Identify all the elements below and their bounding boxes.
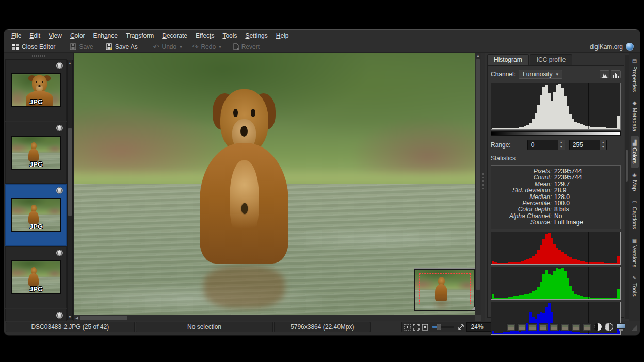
preview-mode-button-7[interactable]: [571, 323, 581, 331]
stat-row: Std. deviation:28.9: [493, 187, 615, 193]
undo-icon: ↶: [153, 43, 159, 51]
tab-icc-profile[interactable]: ICC profile: [530, 54, 573, 65]
side-tab-metadata[interactable]: ◆Metadata: [631, 96, 639, 135]
color-managed-view-button[interactable]: [617, 323, 625, 331]
zoom-fit-button[interactable]: [458, 323, 464, 331]
metadata-icon: ◆: [633, 100, 637, 106]
redo-button[interactable]: ↷ Redo ▾: [189, 42, 225, 52]
save-button[interactable]: Save: [66, 43, 96, 51]
captions-icon: ▭: [632, 199, 637, 205]
menu-item-color[interactable]: Color: [66, 31, 89, 40]
menu-item-view[interactable]: View: [44, 31, 66, 40]
thumbbar-scrollbar[interactable]: ▲ ▼: [67, 60, 73, 320]
green-histogram: [491, 267, 621, 300]
undo-dropdown-caret[interactable]: ▾: [180, 44, 182, 50]
range-min-spinbox[interactable]: ▲▼: [527, 140, 565, 150]
window-resize-grip[interactable]: [629, 322, 638, 332]
editor-canvas[interactable]: ▲ ◀: [74, 53, 481, 321]
format-badge: JPG: [12, 98, 60, 106]
menu-item-tools[interactable]: Tools: [218, 31, 241, 40]
luminosity-histogram[interactable]: [491, 83, 621, 130]
menu-item-enhance[interactable]: Enhance: [89, 31, 122, 40]
dimensions-status: 5796x3864 (22.40Mpx): [274, 322, 371, 332]
redo-label: Redo: [201, 43, 216, 51]
scroll-left-icon[interactable]: ◀: [74, 316, 80, 320]
range-max-spinbox[interactable]: ▲▼: [569, 140, 607, 150]
linear-scale-button[interactable]: [600, 70, 609, 78]
range-max-input[interactable]: [570, 140, 600, 150]
channel-select[interactable]: Luminosity ▾: [519, 70, 562, 79]
thumbbar-scrollbar-thumb[interactable]: [68, 128, 72, 216]
menu-item-transform[interactable]: Transform: [122, 31, 158, 40]
panel-splitter[interactable]: [481, 53, 485, 321]
save-as-button[interactable]: Save As: [102, 43, 141, 51]
thumbnail-item-2[interactable]: JPG: [5, 122, 67, 184]
menu-item-effects[interactable]: Effects: [191, 31, 218, 40]
thumbnail-item-1[interactable]: JPG: [5, 59, 67, 121]
overexposure-indicator-button[interactable]: [605, 323, 613, 331]
redo-dropdown-caret[interactable]: ▾: [219, 44, 221, 50]
tools-icon: ✎: [632, 275, 636, 281]
digikam-branding: digiKam.org: [590, 43, 636, 51]
fit-window-button[interactable]: [413, 323, 420, 331]
vertical-scrollbar-thumb[interactable]: [476, 59, 480, 290]
thumbnail-item-4[interactable]: JPG: [5, 246, 67, 308]
menu-item-decorate[interactable]: Decorate: [158, 31, 191, 40]
preview-mode-button-5[interactable]: [550, 323, 559, 331]
canvas-horizontal-scrollbar[interactable]: ◀: [74, 315, 475, 321]
undo-button[interactable]: ↶ Undo ▾: [150, 42, 186, 52]
scroll-up-icon[interactable]: ▲: [475, 53, 481, 59]
side-tab-colors[interactable]: ▟Colors: [631, 136, 639, 168]
digikam-globe-icon[interactable]: [626, 43, 634, 51]
side-tab-captions[interactable]: ▭Captions: [631, 195, 639, 233]
side-tab-properties[interactable]: ▤Properties: [631, 55, 639, 95]
geolocation-globe-icon: [56, 249, 63, 256]
range-min-input[interactable]: [528, 140, 558, 150]
thumbnail-item-3[interactable]: JPG: [5, 184, 67, 246]
preview-mode-button-6[interactable]: [560, 323, 570, 331]
zoom-slider-knob[interactable]: [437, 324, 441, 330]
thumbnail-photo: JPG: [11, 198, 61, 232]
preview-mode-button-8[interactable]: [582, 323, 591, 331]
close-editor-label: Close Editor: [22, 43, 55, 51]
scroll-up-icon[interactable]: ▲: [68, 60, 72, 66]
side-tab-tools[interactable]: ✎Tools: [631, 272, 639, 300]
menu-item-help[interactable]: Help: [272, 31, 293, 40]
preview-mode-button-2[interactable]: [517, 323, 526, 331]
statistics-box: Pixels:22395744Count:22395744Mean:129.7S…: [491, 165, 621, 229]
thumbnail-photo: JPG: [11, 260, 61, 294]
channel-label: Channel:: [491, 71, 516, 78]
menu-item-settings[interactable]: Settings: [241, 31, 271, 40]
close-editor-button[interactable]: Close Editor: [8, 43, 59, 51]
tab-histogram[interactable]: Histogram: [487, 54, 529, 65]
thumbbar-drag-handle[interactable]: [32, 55, 45, 57]
preview-mode-button-3[interactable]: [528, 323, 537, 331]
overlay-resize-grip[interactable]: [471, 307, 475, 310]
side-tab-map[interactable]: ◉Map: [631, 169, 639, 194]
visible-region-rect[interactable]: [419, 273, 471, 304]
pan-navigation-overlay[interactable]: [414, 268, 476, 311]
thumbnail-item-5[interactable]: JPG: [5, 309, 67, 321]
stat-row: Source:Full Image: [493, 219, 615, 225]
side-tab-versions[interactable]: ▦Versions: [631, 234, 639, 271]
range-label: Range:: [491, 141, 511, 149]
zoom-100-button[interactable]: [422, 323, 428, 331]
revert-button[interactable]: Revert: [229, 43, 263, 51]
preview-mode-button-4[interactable]: [539, 323, 548, 331]
scroll-down-icon[interactable]: ▼: [68, 314, 72, 320]
canvas-vertical-scrollbar[interactable]: ▲: [475, 53, 481, 315]
format-badge: JPG: [12, 223, 60, 231]
panel-scrollbar[interactable]: [625, 55, 629, 319]
thumbnail-photo: JPG: [11, 136, 61, 170]
zoom-slider[interactable]: [432, 326, 454, 328]
horizontal-scrollbar-thumb[interactable]: [80, 316, 127, 320]
preview-mode-button-1[interactable]: [506, 323, 516, 331]
zoom-percentage[interactable]: 24%: [466, 322, 492, 332]
fit-selection-button[interactable]: [404, 323, 411, 331]
menu-item-edit[interactable]: Edit: [25, 31, 44, 40]
menu-item-file[interactable]: File: [7, 31, 25, 40]
logarithmic-scale-button[interactable]: [611, 70, 621, 78]
save-as-icon: [106, 43, 112, 50]
undo-label: Undo: [162, 43, 177, 51]
underexposure-indicator-button[interactable]: [594, 323, 602, 331]
